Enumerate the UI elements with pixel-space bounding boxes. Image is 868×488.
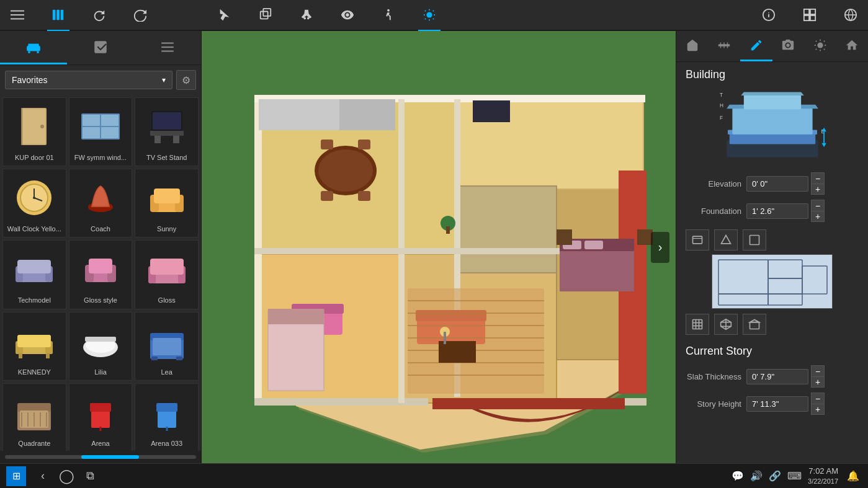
settings-button[interactable]: ⚙ (176, 70, 196, 90)
item-label: KUP door 01 (6, 154, 62, 162)
item-label: Gloss (139, 296, 195, 304)
story-view-3[interactable] (743, 229, 766, 251)
list-item[interactable]: Wall Clock Yello... (2, 169, 66, 237)
2d-view-button[interactable] (686, 314, 709, 335)
back-button[interactable]: ‹ (34, 467, 52, 486)
category-dropdown[interactable]: Favorites ▾ (5, 71, 172, 89)
floor-plan-thumbnail-container (686, 254, 859, 309)
duplicate-button[interactable] (254, 4, 277, 26)
svg-point-148 (787, 43, 790, 47)
foundation-input[interactable] (746, 203, 808, 219)
foundation-minus-button[interactable]: − (811, 200, 825, 211)
chat-icon[interactable]: 💬 (732, 470, 744, 482)
svg-rect-12 (810, 9, 815, 14)
svg-rect-11 (804, 9, 809, 14)
list-item[interactable]: KENNEDY (2, 312, 66, 381)
light-button[interactable] (418, 4, 441, 26)
item-label: Coach (73, 225, 128, 233)
tab-home[interactable] (836, 31, 869, 61)
slab-thickness-plus-button[interactable]: + (811, 376, 825, 388)
expand-arrow[interactable]: › (651, 232, 669, 263)
elevation-view-button[interactable] (743, 314, 766, 335)
slab-thickness-steppers: − + (811, 365, 825, 388)
furniture-grid: KUP door 01 FW symm wind... (0, 95, 201, 451)
svg-rect-5 (61, 10, 64, 20)
layout-button[interactable] (799, 4, 821, 26)
walk-button[interactable] (377, 4, 400, 26)
tab-list[interactable] (134, 31, 201, 64)
list-item[interactable]: Techmodel (2, 240, 66, 309)
svg-rect-53 (89, 259, 112, 273)
library-button[interactable] (47, 4, 69, 26)
list-item[interactable]: Arena 033 (135, 383, 199, 451)
svg-marker-185 (750, 320, 759, 322)
svg-rect-98 (457, 186, 557, 273)
svg-rect-83 (158, 409, 176, 428)
tab-build[interactable] (676, 31, 709, 61)
list-item[interactable]: Coach (69, 169, 133, 237)
notification-button[interactable]: 🔔 (844, 467, 862, 484)
keyboard-icon[interactable]: ⌨ (787, 470, 802, 482)
canvas-viewport[interactable]: › (202, 31, 676, 463)
scroll-thumb[interactable] (81, 455, 138, 459)
story-height-minus-button[interactable]: − (811, 393, 825, 404)
network-icon[interactable]: 🔗 (769, 470, 781, 482)
list-item[interactable]: Sunny (135, 169, 199, 237)
undo-button[interactable] (88, 4, 110, 26)
task-view-button[interactable]: ⧉ (81, 467, 99, 486)
tab-furniture[interactable] (0, 31, 67, 64)
list-item[interactable]: Arena (69, 383, 133, 451)
list-item[interactable]: TV Set Stand (135, 97, 199, 166)
cut-button[interactable] (295, 4, 318, 26)
cortana-button[interactable]: ◯ (57, 467, 76, 486)
redo-button[interactable] (129, 4, 151, 26)
story-view-1[interactable] (686, 229, 709, 251)
tab-design[interactable] (67, 31, 134, 64)
list-item[interactable]: Quadrante (2, 383, 66, 451)
tab-measure[interactable] (709, 31, 741, 61)
elevation-minus-button[interactable]: − (811, 172, 825, 184)
slab-thickness-input[interactable] (746, 369, 808, 384)
menu-button[interactable] (6, 4, 29, 26)
svg-rect-2 (11, 19, 24, 20)
info-button[interactable] (758, 4, 780, 26)
system-clock[interactable]: 7:02 AM 3/22/2017 (808, 466, 838, 487)
taskbar: ⊞ ‹ ◯ ⧉ 💬 🔊 🔗 ⌨ 7:02 AM 3/22/2017 🔔 (0, 463, 868, 488)
3d-view-button[interactable] (714, 314, 738, 335)
list-item[interactable]: Gloss (135, 240, 199, 309)
elevation-plus-button[interactable]: + (811, 184, 825, 195)
story-height-plus-button[interactable]: + (811, 404, 825, 415)
list-item[interactable]: FW symm wind... (69, 97, 133, 166)
svg-rect-118 (473, 100, 510, 122)
tab-camera[interactable] (772, 31, 805, 61)
list-item[interactable]: KUP door 01 (2, 97, 66, 166)
svg-rect-117 (339, 99, 395, 130)
right-panel-content: Building (676, 62, 868, 463)
view-button[interactable] (336, 4, 359, 26)
list-item[interactable]: Gloss style (69, 240, 133, 309)
select-button[interactable] (213, 4, 236, 26)
list-item[interactable]: Lilia (69, 312, 133, 381)
floor-plan-thumbnail[interactable] (712, 254, 833, 309)
tab-light[interactable] (804, 31, 836, 61)
volume-icon[interactable]: 🔊 (750, 470, 763, 482)
horizontal-scrollbar[interactable] (0, 451, 201, 463)
list-item[interactable]: Lea (135, 312, 199, 381)
svg-rect-114 (321, 191, 333, 201)
item-label: FW symm wind... (73, 154, 128, 162)
foundation-plus-button[interactable]: + (811, 211, 825, 222)
story-height-input[interactable] (746, 396, 808, 412)
tab-paint[interactable] (740, 31, 772, 61)
slab-thickness-minus-button[interactable]: − (811, 365, 825, 376)
story-view-2[interactable] (714, 229, 738, 251)
svg-rect-80 (91, 409, 110, 428)
svg-rect-81 (90, 403, 111, 412)
right-panel-tabs (676, 31, 868, 62)
left-panel: Favorites ▾ ⚙ KUP door 01 (0, 31, 202, 463)
svg-text:H: H (720, 102, 723, 109)
start-button[interactable]: ⊞ (6, 466, 26, 486)
svg-rect-70 (176, 357, 182, 360)
globe-button[interactable] (839, 4, 862, 26)
svg-rect-71 (153, 338, 181, 355)
elevation-input[interactable] (746, 176, 808, 192)
